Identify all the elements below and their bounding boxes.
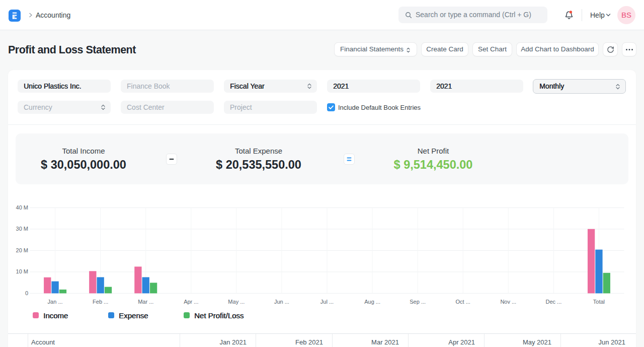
svg-text:Jun ...: Jun ... [274,299,289,305]
svg-text:Feb ...: Feb ... [93,299,108,305]
svg-text:Apr ...: Apr ... [184,299,198,305]
svg-text:Aug ...: Aug ... [364,299,380,305]
svg-text:Nov ...: Nov ... [500,299,516,305]
svg-text:Jan ...: Jan ... [48,299,63,305]
svg-text:10 M: 10 M [16,268,28,274]
svg-text:30 M: 30 M [16,226,28,232]
svg-text:Total: Total [593,299,605,305]
svg-text:Jul ...: Jul ... [320,299,334,305]
svg-text:May ...: May ... [228,299,245,305]
svg-text:Dec ...: Dec ... [545,299,561,305]
svg-text:Sep ...: Sep ... [410,299,426,305]
svg-text:Oct ...: Oct ... [456,299,470,305]
svg-text:0: 0 [25,290,28,296]
svg-text:Mar ...: Mar ... [138,299,153,305]
svg-text:40 M: 40 M [16,204,28,211]
svg-text:20 M: 20 M [16,247,28,253]
